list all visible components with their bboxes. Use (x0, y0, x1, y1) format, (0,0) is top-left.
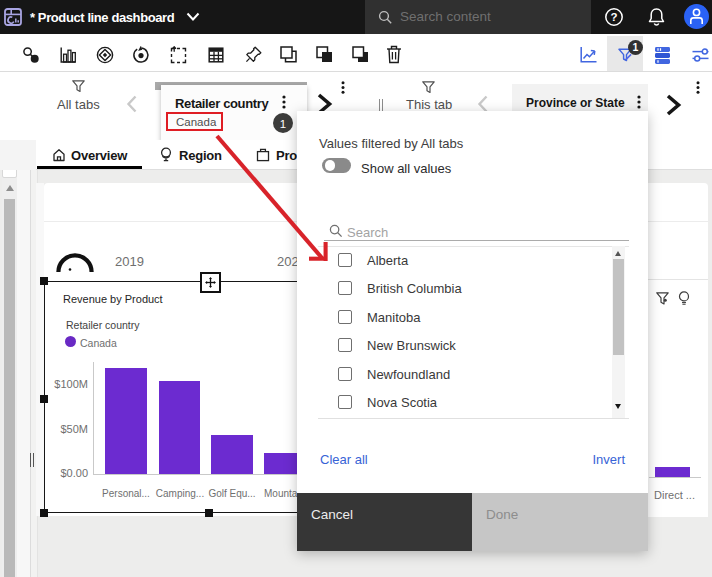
svg-text:?: ? (610, 11, 617, 23)
svg-text:1: 1 (633, 41, 639, 53)
svg-text:1: 1 (280, 118, 286, 130)
